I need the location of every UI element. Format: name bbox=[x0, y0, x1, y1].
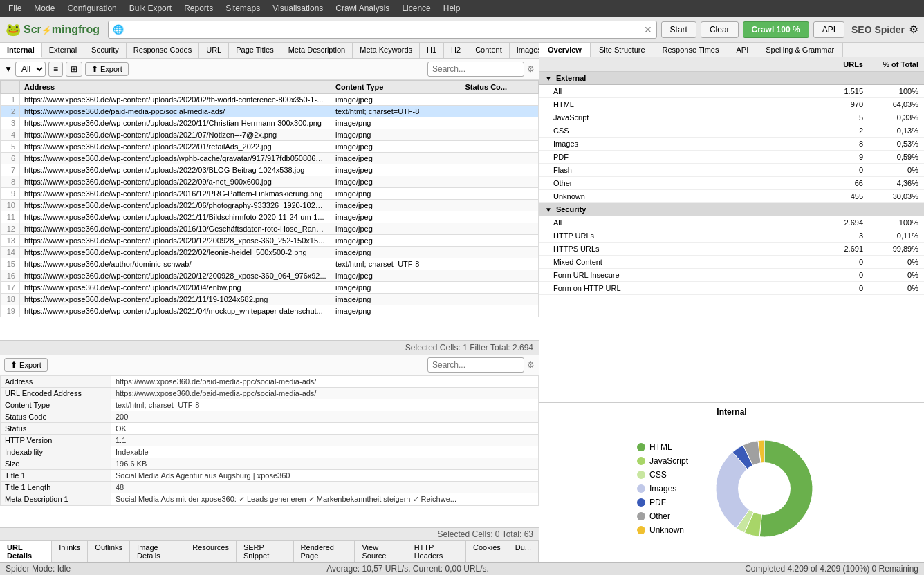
tab-url[interactable]: URL bbox=[199, 43, 229, 58]
url-clear-icon[interactable]: ✕ bbox=[644, 24, 652, 35]
table-row[interactable]: 4 https://www.xpose360.de/wp-content/upl… bbox=[1, 129, 539, 141]
tab-security[interactable]: Security bbox=[84, 43, 127, 58]
settings-icon[interactable]: ⚙ bbox=[909, 23, 918, 36]
menu-help[interactable]: Help bbox=[438, 2, 466, 15]
bottom-tab-serp-snippet[interactable]: SERP Snippet bbox=[237, 541, 294, 562]
right-section-header[interactable]: ▼Security bbox=[539, 203, 924, 216]
right-data-row[interactable]: All 1.515 100% bbox=[539, 85, 924, 98]
table-row[interactable]: 10 https://www.xpose360.de/wp-content/up… bbox=[1, 200, 539, 211]
filter-select[interactable]: All bbox=[15, 62, 46, 77]
right-data-row[interactable]: HTTP URLs 3 0,11% bbox=[539, 229, 924, 243]
search-options-icon[interactable]: ⚙ bbox=[527, 64, 535, 74]
menu-crawl-analysis[interactable]: Crawl Analysis bbox=[330, 2, 395, 15]
table-row[interactable]: 5 https://www.xpose360.de/wp-content/upl… bbox=[1, 141, 539, 153]
table-row[interactable]: 3 https://www.xpose360.de/wp-content/upl… bbox=[1, 117, 539, 129]
row-content-type: image/jpeg bbox=[331, 223, 461, 235]
table-status-bar: Selected Cells: 1 Filter Total: 2.694 bbox=[0, 340, 539, 355]
tab-response-codes[interactable]: Response Codes bbox=[127, 43, 199, 58]
bottom-tab-http-headers[interactable]: HTTP Headers bbox=[407, 541, 466, 562]
tab-meta-description[interactable]: Meta Description bbox=[281, 43, 353, 58]
right-data-row[interactable]: Images 8 0,53% bbox=[539, 138, 924, 151]
right-data-row[interactable]: JavaScript 5 0,33% bbox=[539, 111, 924, 124]
table-row[interactable]: 14 https://www.xpose360.de/wp-content/up… bbox=[1, 247, 539, 258]
table-row[interactable]: 12 https://www.xpose360.de/wp-content/up… bbox=[1, 223, 539, 235]
menu-bulk-export[interactable]: Bulk Export bbox=[124, 2, 177, 15]
crawl-button[interactable]: Crawl 100 % bbox=[743, 21, 809, 38]
col-header-content-type[interactable]: Content Type bbox=[331, 81, 461, 94]
right-section-header[interactable]: ▼External bbox=[539, 72, 924, 85]
right-scroll-area[interactable]: ▼External All 1.515 100% HTML 970 64,03%… bbox=[539, 72, 924, 402]
bottom-tab-outlinks[interactable]: Outlinks bbox=[88, 541, 130, 562]
col-header-status[interactable]: Status Co... bbox=[461, 81, 539, 94]
right-data-row[interactable]: PDF 9 0,59% bbox=[539, 151, 924, 164]
detail-table-wrapper[interactable]: Address https://www.xpose360.de/paid-med… bbox=[0, 375, 539, 527]
table-row[interactable]: 16 https://www.xpose360.de/wp-content/up… bbox=[1, 270, 539, 282]
table-row[interactable]: 6 https://www.xpose360.de/wp-content/upl… bbox=[1, 153, 539, 164]
right-tab-overview[interactable]: Overview bbox=[539, 43, 591, 57]
right-data-row[interactable]: HTML 970 64,03% bbox=[539, 98, 924, 111]
table-row[interactable]: 11 https://www.xpose360.de/wp-content/up… bbox=[1, 211, 539, 223]
right-data-row[interactable]: Flash 0 0% bbox=[539, 164, 924, 177]
right-tab-site-structure[interactable]: Site Structure bbox=[591, 43, 654, 57]
right-data-row[interactable]: HTTPS URLs 2.691 99,89% bbox=[539, 243, 924, 256]
right-data-row[interactable]: Form URL Insecure 0 0% bbox=[539, 269, 924, 282]
table-row[interactable]: 1 https://www.xpose360.de/wp-content/upl… bbox=[1, 94, 539, 106]
tab-meta-keywords[interactable]: Meta Keywords bbox=[353, 43, 420, 58]
col-header-address[interactable]: Address bbox=[20, 81, 331, 94]
table-row[interactable]: 17 https://www.xpose360.de/wp-content/up… bbox=[1, 282, 539, 294]
menu-file[interactable]: File bbox=[3, 2, 27, 15]
url-input[interactable]: https://xpose360.de/ bbox=[127, 25, 640, 35]
right-data-row[interactable]: All 2.694 100% bbox=[539, 216, 924, 229]
right-data-row[interactable]: Unknown 455 30,03% bbox=[539, 190, 924, 203]
start-button[interactable]: Start bbox=[661, 21, 696, 38]
right-data-row[interactable]: CSS 2 0,13% bbox=[539, 124, 924, 138]
search-input[interactable] bbox=[427, 62, 524, 77]
menu-sitemaps[interactable]: Sitemaps bbox=[220, 2, 266, 15]
right-tab-response-times[interactable]: Response Times bbox=[654, 43, 728, 57]
menu-reports[interactable]: Reports bbox=[178, 2, 219, 15]
tab-internal[interactable]: Internal bbox=[0, 43, 42, 58]
tab-external[interactable]: External bbox=[42, 43, 84, 58]
menu-licence[interactable]: Licence bbox=[396, 2, 436, 15]
tab-content[interactable]: Content bbox=[468, 43, 510, 58]
menu-visualisations[interactable]: Visualisations bbox=[267, 2, 329, 15]
table-row[interactable]: 8 https://www.xpose360.de/wp-content/upl… bbox=[1, 176, 539, 188]
bottom-tab-view-source[interactable]: View Source bbox=[355, 541, 407, 562]
list-view-button[interactable]: ≡ bbox=[48, 62, 63, 77]
tab-h2[interactable]: H2 bbox=[444, 43, 468, 58]
tree-view-button[interactable]: ⊞ bbox=[66, 62, 82, 77]
bottom-tab-resources[interactable]: Resources bbox=[185, 541, 237, 562]
export-button[interactable]: ⬆ Export bbox=[85, 62, 129, 76]
right-data-row[interactable]: Other 66 4,36% bbox=[539, 177, 924, 190]
clear-button[interactable]: Clear bbox=[701, 21, 739, 38]
table-row[interactable]: 18 https://www.xpose360.de/wp-content/up… bbox=[1, 294, 539, 305]
detail-search-options-icon[interactable]: ⚙ bbox=[527, 360, 535, 370]
tab-page-titles[interactable]: Page Titles bbox=[229, 43, 281, 58]
right-tab-api[interactable]: API bbox=[728, 43, 758, 57]
api-button[interactable]: API bbox=[813, 21, 844, 38]
bottom-tab-url-details[interactable]: URL Details bbox=[0, 541, 52, 562]
table-row[interactable]: 2 https://www.xpose360.de/paid-media-ppc… bbox=[1, 106, 539, 117]
table-row[interactable]: 15 https://www.xpose360.de/author/domini… bbox=[1, 258, 539, 270]
bottom-tab-image-details[interactable]: Image Details bbox=[130, 541, 185, 562]
menu-mode[interactable]: Mode bbox=[28, 2, 60, 15]
table-row[interactable]: 7 https://www.xpose360.de/wp-content/upl… bbox=[1, 164, 539, 176]
right-data-row[interactable]: Form on HTTP URL 0 0% bbox=[539, 282, 924, 295]
bottom-tab-more[interactable]: Du... bbox=[508, 541, 539, 562]
table-row[interactable]: 13 https://www.xpose360.de/wp-content/up… bbox=[1, 235, 539, 247]
table-row[interactable]: 19 https://www.xpose360.de/wp-content/up… bbox=[1, 305, 539, 317]
detail-export-button[interactable]: ⬆ Export bbox=[4, 358, 48, 372]
tab-h1[interactable]: H1 bbox=[420, 43, 444, 58]
main-table-wrapper[interactable]: Address Content Type Status Co... 1 http… bbox=[0, 80, 539, 340]
menu-configuration[interactable]: Configuration bbox=[62, 2, 122, 15]
right-row-urls: 970 bbox=[813, 98, 869, 111]
table-row[interactable]: 9 https://www.xpose360.de/wp-content/upl… bbox=[1, 188, 539, 200]
right-tab-spelling[interactable]: Spelling & Grammar bbox=[757, 43, 843, 57]
bottom-tab-inlinks[interactable]: Inlinks bbox=[52, 541, 88, 562]
bottom-tab-rendered-page[interactable]: Rendered Page bbox=[294, 541, 355, 562]
right-data-row[interactable]: Mixed Content 0 0% bbox=[539, 256, 924, 269]
url-bar[interactable]: 🌐 https://xpose360.de/ ✕ bbox=[108, 21, 656, 39]
bottom-tab-cookies[interactable]: Cookies bbox=[466, 541, 508, 562]
tab-images[interactable]: Images bbox=[510, 43, 539, 58]
detail-search-input[interactable] bbox=[427, 357, 524, 373]
